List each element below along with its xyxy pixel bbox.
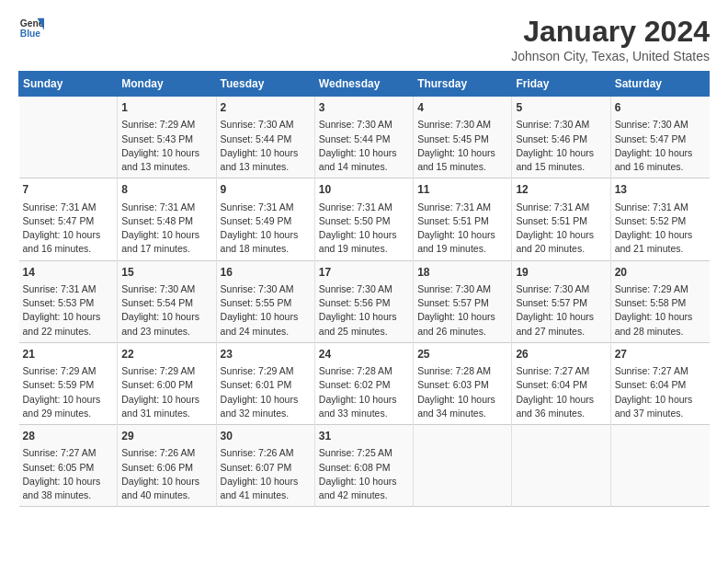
- calendar-cell: 5Sunrise: 7:30 AM Sunset: 5:46 PM Daylig…: [512, 97, 610, 178]
- day-number: 4: [417, 100, 507, 116]
- calendar-cell: 22Sunrise: 7:29 AM Sunset: 6:00 PM Dayli…: [118, 342, 216, 424]
- calendar-cell: 9Sunrise: 7:31 AM Sunset: 5:49 PM Daylig…: [216, 178, 314, 260]
- day-number: 9: [221, 182, 311, 198]
- calendar-cell: 2Sunrise: 7:30 AM Sunset: 5:44 PM Daylig…: [216, 97, 314, 178]
- day-number: 8: [121, 182, 211, 198]
- cell-detail: Sunrise: 7:30 AM Sunset: 5:55 PM Dayligh…: [221, 282, 311, 339]
- day-number: 29: [121, 429, 211, 444]
- calendar-cell: 8Sunrise: 7:31 AM Sunset: 5:48 PM Daylig…: [118, 178, 216, 260]
- svg-text:Blue: Blue: [20, 29, 41, 39]
- cell-detail: Sunrise: 7:31 AM Sunset: 5:49 PM Dayligh…: [221, 201, 311, 257]
- logo: General Blue: [18, 15, 44, 40]
- cell-detail: Sunrise: 7:29 AM Sunset: 5:58 PM Dayligh…: [615, 282, 706, 339]
- calendar-cell: 29Sunrise: 7:26 AM Sunset: 6:06 PM Dayli…: [118, 425, 216, 507]
- week-row-3: 14Sunrise: 7:31 AM Sunset: 5:53 PM Dayli…: [19, 260, 710, 342]
- cell-detail: Sunrise: 7:27 AM Sunset: 6:05 PM Dayligh…: [23, 446, 114, 502]
- calendar-cell: 23Sunrise: 7:29 AM Sunset: 6:01 PM Dayli…: [216, 342, 314, 424]
- day-number: 6: [615, 100, 706, 116]
- calendar-cell: 20Sunrise: 7:29 AM Sunset: 5:58 PM Dayli…: [610, 260, 709, 342]
- calendar-cell: 26Sunrise: 7:27 AM Sunset: 6:04 PM Dayli…: [512, 342, 610, 424]
- day-header-tuesday: Tuesday: [216, 72, 314, 97]
- cell-detail: Sunrise: 7:28 AM Sunset: 6:03 PM Dayligh…: [417, 364, 507, 420]
- cell-detail: Sunrise: 7:26 AM Sunset: 6:07 PM Dayligh…: [221, 446, 311, 502]
- day-header-wednesday: Wednesday: [314, 72, 413, 97]
- cell-detail: Sunrise: 7:25 AM Sunset: 6:08 PM Dayligh…: [319, 446, 409, 502]
- logo-icon: General Blue: [18, 15, 44, 40]
- cell-detail: Sunrise: 7:29 AM Sunset: 5:43 PM Dayligh…: [121, 118, 211, 174]
- week-row-4: 21Sunrise: 7:29 AM Sunset: 5:59 PM Dayli…: [19, 342, 710, 424]
- calendar-cell: 24Sunrise: 7:28 AM Sunset: 6:02 PM Dayli…: [314, 342, 413, 424]
- title-section: January 2024 Johnson City, Texas, United…: [511, 15, 710, 63]
- week-row-5: 28Sunrise: 7:27 AM Sunset: 6:05 PM Dayli…: [19, 425, 710, 507]
- calendar-cell: [512, 425, 610, 507]
- day-number: 23: [221, 347, 311, 362]
- cell-detail: Sunrise: 7:28 AM Sunset: 6:02 PM Dayligh…: [319, 364, 409, 420]
- cell-detail: Sunrise: 7:30 AM Sunset: 5:46 PM Dayligh…: [516, 118, 606, 174]
- cell-detail: Sunrise: 7:27 AM Sunset: 6:04 PM Dayligh…: [516, 364, 606, 420]
- week-row-1: 1Sunrise: 7:29 AM Sunset: 5:43 PM Daylig…: [19, 97, 710, 178]
- day-number: 30: [221, 429, 311, 444]
- calendar-cell: 30Sunrise: 7:26 AM Sunset: 6:07 PM Dayli…: [216, 425, 314, 507]
- calendar-cell: 11Sunrise: 7:31 AM Sunset: 5:51 PM Dayli…: [414, 178, 512, 260]
- cell-detail: Sunrise: 7:30 AM Sunset: 5:44 PM Dayligh…: [319, 118, 409, 174]
- day-number: 31: [319, 429, 409, 444]
- day-number: 7: [23, 182, 114, 198]
- cell-detail: Sunrise: 7:31 AM Sunset: 5:51 PM Dayligh…: [516, 201, 606, 257]
- day-number: 19: [516, 265, 606, 281]
- day-number: 10: [319, 182, 409, 198]
- calendar-cell: 15Sunrise: 7:30 AM Sunset: 5:54 PM Dayli…: [118, 260, 216, 342]
- calendar-table: SundayMondayTuesdayWednesdayThursdayFrid…: [18, 71, 710, 507]
- calendar-cell: 25Sunrise: 7:28 AM Sunset: 6:03 PM Dayli…: [414, 342, 512, 424]
- day-header-sunday: Sunday: [19, 72, 118, 97]
- cell-detail: Sunrise: 7:30 AM Sunset: 5:45 PM Dayligh…: [417, 118, 507, 174]
- cell-detail: Sunrise: 7:30 AM Sunset: 5:57 PM Dayligh…: [516, 282, 606, 339]
- cell-detail: Sunrise: 7:31 AM Sunset: 5:53 PM Dayligh…: [23, 282, 114, 339]
- calendar-cell: 14Sunrise: 7:31 AM Sunset: 5:53 PM Dayli…: [19, 260, 118, 342]
- calendar-cell: 27Sunrise: 7:27 AM Sunset: 6:04 PM Dayli…: [610, 342, 709, 424]
- cell-detail: Sunrise: 7:31 AM Sunset: 5:50 PM Dayligh…: [319, 201, 409, 257]
- calendar-cell: 28Sunrise: 7:27 AM Sunset: 6:05 PM Dayli…: [19, 425, 118, 507]
- day-number: 24: [319, 347, 409, 362]
- calendar-cell: 4Sunrise: 7:30 AM Sunset: 5:45 PM Daylig…: [414, 97, 512, 178]
- day-number: 22: [121, 347, 211, 362]
- calendar-cell: 7Sunrise: 7:31 AM Sunset: 5:47 PM Daylig…: [19, 178, 118, 260]
- cell-detail: Sunrise: 7:30 AM Sunset: 5:56 PM Dayligh…: [319, 282, 409, 339]
- day-number: 25: [417, 347, 507, 362]
- calendar-cell: [610, 425, 709, 507]
- cell-detail: Sunrise: 7:30 AM Sunset: 5:54 PM Dayligh…: [121, 282, 211, 339]
- cell-detail: Sunrise: 7:29 AM Sunset: 5:59 PM Dayligh…: [23, 364, 114, 420]
- day-number: 2: [221, 100, 311, 116]
- cell-detail: Sunrise: 7:30 AM Sunset: 5:44 PM Dayligh…: [221, 118, 311, 174]
- cell-detail: Sunrise: 7:27 AM Sunset: 6:04 PM Dayligh…: [615, 364, 706, 420]
- calendar-header-row: SundayMondayTuesdayWednesdayThursdayFrid…: [19, 72, 710, 97]
- day-header-thursday: Thursday: [414, 72, 512, 97]
- calendar-cell: 3Sunrise: 7:30 AM Sunset: 5:44 PM Daylig…: [314, 97, 413, 178]
- calendar-cell: 31Sunrise: 7:25 AM Sunset: 6:08 PM Dayli…: [314, 425, 413, 507]
- calendar-cell: [414, 425, 512, 507]
- calendar-cell: 16Sunrise: 7:30 AM Sunset: 5:55 PM Dayli…: [216, 260, 314, 342]
- day-number: 27: [615, 347, 706, 362]
- cell-detail: Sunrise: 7:26 AM Sunset: 6:06 PM Dayligh…: [121, 446, 211, 502]
- calendar-cell: 17Sunrise: 7:30 AM Sunset: 5:56 PM Dayli…: [314, 260, 413, 342]
- day-number: 21: [23, 347, 114, 362]
- day-number: 11: [417, 182, 507, 198]
- day-number: 18: [417, 265, 507, 281]
- calendar-cell: 18Sunrise: 7:30 AM Sunset: 5:57 PM Dayli…: [414, 260, 512, 342]
- day-number: 26: [516, 347, 606, 362]
- cell-detail: Sunrise: 7:31 AM Sunset: 5:47 PM Dayligh…: [23, 201, 114, 257]
- day-number: 28: [23, 429, 114, 444]
- day-number: 13: [615, 182, 706, 198]
- calendar-cell: 6Sunrise: 7:30 AM Sunset: 5:47 PM Daylig…: [610, 97, 709, 178]
- day-number: 20: [615, 265, 706, 281]
- day-number: 5: [516, 100, 606, 116]
- day-number: 15: [121, 265, 211, 281]
- calendar-cell: [19, 97, 118, 178]
- cell-detail: Sunrise: 7:31 AM Sunset: 5:52 PM Dayligh…: [615, 201, 706, 257]
- calendar-cell: 12Sunrise: 7:31 AM Sunset: 5:51 PM Dayli…: [512, 178, 610, 260]
- day-header-friday: Friday: [512, 72, 610, 97]
- cell-detail: Sunrise: 7:29 AM Sunset: 6:01 PM Dayligh…: [221, 364, 311, 420]
- week-row-2: 7Sunrise: 7:31 AM Sunset: 5:47 PM Daylig…: [19, 178, 710, 260]
- day-number: 14: [23, 265, 114, 281]
- subtitle: Johnson City, Texas, United States: [511, 49, 710, 63]
- day-number: 17: [319, 265, 409, 281]
